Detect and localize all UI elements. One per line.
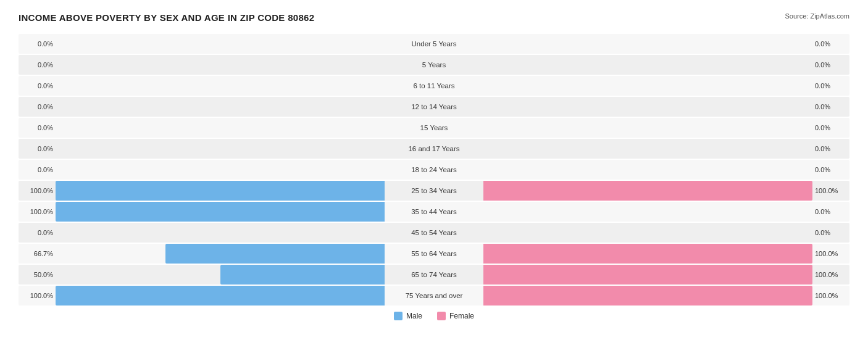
age-group-label: 45 to 54 Years xyxy=(385,229,483,236)
bar-container: 16 and 17 Years xyxy=(56,139,812,159)
male-value-label: 66.7% xyxy=(19,250,56,257)
female-bar-wrap xyxy=(483,160,812,180)
bar-row: 50.0%65 to 74 Years100.0% xyxy=(19,265,849,285)
male-value-label: 50.0% xyxy=(19,271,56,278)
female-bar-wrap xyxy=(483,265,812,285)
chart-area: 0.0%Under 5 Years0.0%0.0%5 Years0.0%0.0%… xyxy=(19,34,849,306)
male-bar-wrap xyxy=(56,55,385,75)
bar-row: 0.0%45 to 54 Years0.0% xyxy=(19,223,849,243)
legend: Male Female xyxy=(19,312,849,320)
age-group-label: 25 to 34 Years xyxy=(385,187,483,194)
age-group-label: 6 to 11 Years xyxy=(385,82,483,89)
female-value-label: 0.0% xyxy=(812,229,849,236)
legend-female: Female xyxy=(437,312,474,320)
bar-row: 0.0%12 to 14 Years0.0% xyxy=(19,97,849,117)
male-bar xyxy=(56,286,385,306)
male-value-label: 0.0% xyxy=(19,124,56,131)
female-bar-wrap xyxy=(483,34,812,54)
female-label: Female xyxy=(449,312,474,320)
female-swatch xyxy=(437,312,446,320)
female-value-label: 0.0% xyxy=(812,145,849,152)
age-group-label: 65 to 74 Years xyxy=(385,271,483,278)
age-group-label: Under 5 Years xyxy=(385,40,483,48)
male-value-label: 0.0% xyxy=(19,40,56,48)
male-label: Male xyxy=(406,312,422,320)
bar-container: 65 to 74 Years xyxy=(56,265,812,285)
male-bar-wrap xyxy=(56,118,385,138)
female-value-label: 0.0% xyxy=(812,61,849,69)
male-bar xyxy=(165,244,385,264)
chart-wrapper: INCOME ABOVE POVERTY BY SEX AND AGE IN Z… xyxy=(19,12,849,320)
female-value-label: 0.0% xyxy=(812,40,849,48)
bar-row: 100.0%35 to 44 Years0.0% xyxy=(19,202,849,222)
female-value-label: 100.0% xyxy=(812,250,849,257)
female-bar xyxy=(483,286,812,306)
bar-container: 55 to 64 Years xyxy=(56,244,812,264)
age-group-label: 12 to 14 Years xyxy=(385,103,483,110)
bar-container: 18 to 24 Years xyxy=(56,160,812,180)
female-bar-wrap xyxy=(483,118,812,138)
male-bar-wrap xyxy=(56,181,385,201)
bar-row: 100.0%75 Years and over100.0% xyxy=(19,286,849,306)
legend-male: Male xyxy=(394,312,422,320)
bar-container: 25 to 34 Years xyxy=(56,181,812,201)
bar-container: 75 Years and over xyxy=(56,286,812,306)
source-label: Source: ZipAtlas.com xyxy=(785,12,849,20)
male-value-label: 0.0% xyxy=(19,82,56,89)
female-value-label: 100.0% xyxy=(812,292,849,299)
male-bar-wrap xyxy=(56,139,385,159)
bar-container: 15 Years xyxy=(56,118,812,138)
bar-row: 0.0%Under 5 Years0.0% xyxy=(19,34,849,54)
female-bar-wrap xyxy=(483,244,812,264)
bar-row: 66.7%55 to 64 Years100.0% xyxy=(19,244,849,264)
female-bar-wrap xyxy=(483,286,812,306)
bar-row: 0.0%6 to 11 Years0.0% xyxy=(19,76,849,96)
female-bar-wrap xyxy=(483,202,812,222)
age-group-label: 16 and 17 Years xyxy=(385,145,483,152)
female-value-label: 100.0% xyxy=(812,271,849,278)
bar-container: 6 to 11 Years xyxy=(56,76,812,96)
bar-row: 0.0%5 Years0.0% xyxy=(19,55,849,75)
male-value-label: 0.0% xyxy=(19,166,56,173)
female-value-label: 0.0% xyxy=(812,82,849,89)
female-bar xyxy=(483,181,812,201)
female-value-label: 0.0% xyxy=(812,208,849,215)
male-swatch xyxy=(394,312,403,320)
male-bar-wrap xyxy=(56,223,385,243)
male-bar-wrap xyxy=(56,286,385,306)
age-group-label: 55 to 64 Years xyxy=(385,250,483,257)
female-bar-wrap xyxy=(483,223,812,243)
bar-container: 45 to 54 Years xyxy=(56,223,812,243)
bar-row: 0.0%15 Years0.0% xyxy=(19,118,849,138)
male-bar xyxy=(56,202,385,222)
female-value-label: 0.0% xyxy=(812,124,849,131)
male-bar-wrap xyxy=(56,265,385,285)
male-value-label: 0.0% xyxy=(19,229,56,236)
male-value-label: 100.0% xyxy=(19,187,56,194)
chart-title: INCOME ABOVE POVERTY BY SEX AND AGE IN Z… xyxy=(19,12,314,23)
bar-container: 5 Years xyxy=(56,55,812,75)
male-bar-wrap xyxy=(56,160,385,180)
age-group-label: 35 to 44 Years xyxy=(385,208,483,215)
male-bar xyxy=(56,181,385,201)
female-value-label: 100.0% xyxy=(812,187,849,194)
bar-container: 35 to 44 Years xyxy=(56,202,812,222)
male-bar-wrap xyxy=(56,97,385,117)
male-bar-wrap xyxy=(56,34,385,54)
bar-row: 0.0%18 to 24 Years0.0% xyxy=(19,160,849,180)
male-value-label: 0.0% xyxy=(19,103,56,110)
female-bar-wrap xyxy=(483,139,812,159)
female-bar-wrap xyxy=(483,55,812,75)
bar-container: Under 5 Years xyxy=(56,34,812,54)
age-group-label: 18 to 24 Years xyxy=(385,166,483,173)
male-value-label: 0.0% xyxy=(19,61,56,69)
female-bar xyxy=(483,244,812,264)
chart-header: INCOME ABOVE POVERTY BY SEX AND AGE IN Z… xyxy=(19,12,849,23)
age-group-label: 75 Years and over xyxy=(385,292,483,299)
female-bar-wrap xyxy=(483,76,812,96)
female-value-label: 0.0% xyxy=(812,166,849,173)
female-value-label: 0.0% xyxy=(812,103,849,110)
age-group-label: 5 Years xyxy=(385,61,483,69)
male-value-label: 100.0% xyxy=(19,292,56,299)
male-bar-wrap xyxy=(56,244,385,264)
